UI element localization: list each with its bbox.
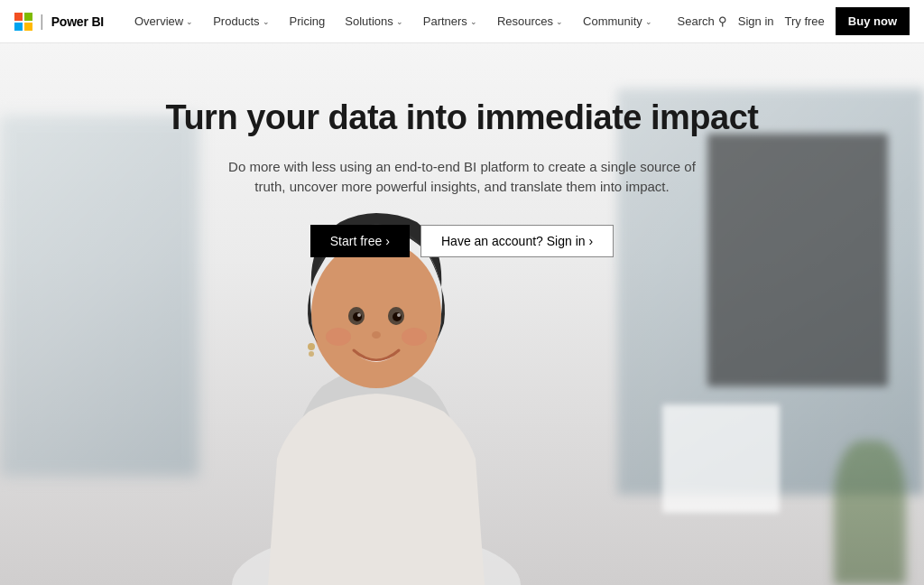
chevron-down-icon: ⌄	[186, 17, 193, 26]
logo-yellow	[24, 23, 32, 31]
svg-point-9	[357, 313, 361, 317]
nav-overview[interactable]: Overview ⌄	[125, 0, 202, 43]
chevron-down-icon: ⌄	[470, 17, 477, 26]
nav-right: Search ⚲ Sign in Try free Buy now	[678, 7, 910, 35]
search-button[interactable]: Search ⚲	[678, 14, 727, 28]
svg-point-2	[311, 240, 441, 388]
hero-subtitle: Do more with less using an end-to-end BI…	[227, 157, 697, 198]
navigation: | Power BI Overview ⌄ Products ⌄ Pricing…	[0, 0, 924, 43]
office-white-box	[662, 404, 780, 513]
brand-divider: |	[40, 12, 44, 31]
chevron-down-icon: ⌄	[263, 17, 270, 26]
tryfree-link[interactable]: Try free	[785, 14, 825, 28]
nav-products[interactable]: Products ⌄	[204, 0, 278, 43]
chevron-down-icon: ⌄	[556, 17, 563, 26]
sign-in-button[interactable]: Have an account? Sign in ›	[420, 225, 614, 257]
hero-buttons: Start free › Have an account? Sign in ›	[166, 225, 759, 257]
buynow-button[interactable]: Buy now	[836, 7, 910, 35]
signin-link[interactable]: Sign in	[738, 14, 774, 28]
office-plant	[834, 441, 906, 585]
nav-community[interactable]: Community ⌄	[574, 0, 661, 43]
hero-content: Turn your data into immediate impact Do …	[148, 98, 777, 257]
chevron-down-icon: ⌄	[645, 17, 652, 26]
svg-point-15	[309, 351, 314, 357]
powerbi-label: Power BI	[51, 14, 104, 29]
logo-blue	[14, 23, 23, 31]
nav-pricing[interactable]: Pricing	[281, 0, 335, 43]
arrow-icon: ›	[589, 234, 594, 248]
nav-links: Overview ⌄ Products ⌄ Pricing Solutions …	[125, 0, 678, 43]
logo-green	[24, 13, 32, 21]
hero-section: Turn your data into immediate impact Do …	[0, 43, 924, 585]
nav-partners[interactable]: Partners ⌄	[414, 0, 486, 43]
svg-point-8	[393, 312, 402, 321]
nav-solutions[interactable]: Solutions ⌄	[336, 0, 411, 43]
logo-red	[14, 13, 23, 21]
svg-point-7	[353, 312, 362, 321]
svg-point-11	[372, 331, 381, 339]
arrow-icon: ›	[385, 234, 390, 248]
brand: | Power BI	[14, 12, 104, 31]
hero-title: Turn your data into immediate impact	[166, 98, 759, 139]
svg-point-10	[397, 313, 401, 317]
svg-point-12	[326, 328, 351, 346]
svg-point-14	[308, 343, 315, 350]
start-free-button[interactable]: Start free ›	[310, 225, 410, 257]
chevron-down-icon: ⌄	[396, 17, 403, 26]
search-icon: ⚲	[718, 14, 727, 28]
nav-resources[interactable]: Resources ⌄	[488, 0, 572, 43]
svg-point-13	[402, 328, 427, 346]
microsoft-logo	[14, 13, 32, 31]
